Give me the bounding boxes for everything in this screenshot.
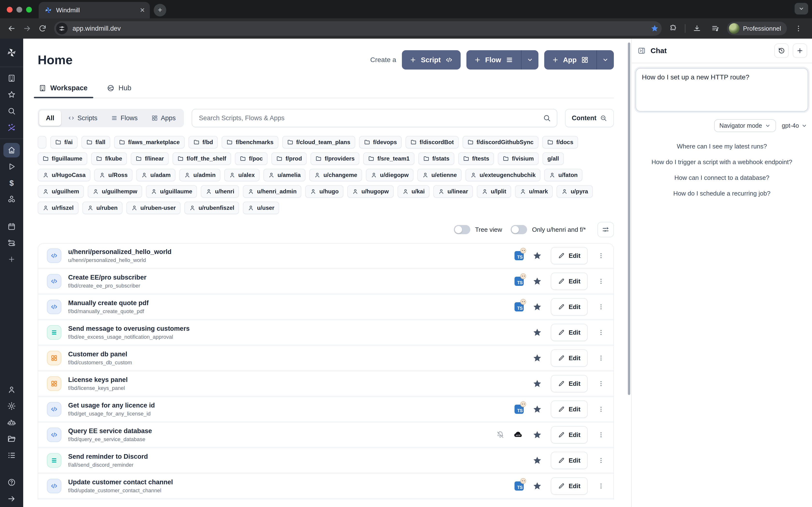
filter-all[interactable]: All <box>39 110 61 126</box>
list-item[interactable]: u/henri/personalized_hello_world u/henri… <box>38 243 613 269</box>
browser-menu-icon[interactable] <box>792 22 805 35</box>
user-chip[interactable]: u/guilhempw <box>88 185 142 198</box>
sidebar-item-search[interactable] <box>3 104 20 118</box>
create-script-button[interactable]: Script <box>402 50 460 69</box>
sidebar-item-add[interactable] <box>3 252 20 267</box>
folder-chip[interactable]: f/ai <box>50 136 78 149</box>
item-menu-button[interactable] <box>597 431 606 439</box>
site-settings-icon[interactable] <box>56 23 68 34</box>
user-chip[interactable]: u/mark <box>515 185 553 198</box>
browser-tab[interactable]: Windmill ✕ <box>39 2 150 18</box>
filter-apps[interactable]: Apps <box>145 110 183 126</box>
bookmark-star-icon[interactable] <box>651 24 659 33</box>
item-menu-button[interactable] <box>597 329 606 336</box>
profile-chip[interactable]: Professionnel <box>727 22 787 35</box>
new-tab-button[interactable]: + <box>154 4 166 16</box>
scrollbar-thumb[interactable] <box>628 43 630 395</box>
folder-chip[interactable]: f/devops <box>359 136 402 149</box>
sidebar-item-runs[interactable] <box>3 159 20 174</box>
user-chip[interactable]: u/lplit <box>477 185 511 198</box>
user-chip[interactable]: u/ruben-user <box>126 202 181 214</box>
user-chip[interactable]: u/user <box>243 202 279 214</box>
user-chip[interactable]: u/etienne <box>417 169 462 181</box>
folder-chip[interactable]: f/prod <box>271 152 307 165</box>
chat-model-select[interactable]: gpt-4o <box>782 122 807 129</box>
user-chip[interactable]: u/henri <box>201 185 239 198</box>
folder-chip[interactable]: f/aws_marketplace <box>114 136 185 149</box>
filter-flows[interactable]: Flows <box>104 110 145 126</box>
close-tab-icon[interactable]: ✕ <box>140 6 145 14</box>
user-chip[interactable]: u/guillaume <box>146 185 197 198</box>
sidebar-item-resources[interactable] <box>3 192 20 207</box>
folder-chip[interactable]: f/docs <box>542 136 578 149</box>
folder-chip[interactable]: f/discordGithubSync <box>463 136 539 149</box>
favorite-star-icon[interactable] <box>532 353 542 363</box>
tab-hub[interactable]: Hub <box>106 84 133 98</box>
only-filter-toggle[interactable] <box>511 225 527 234</box>
sidebar-item-workspace[interactable] <box>3 71 20 86</box>
folder-chip[interactable]: f/guillaume <box>38 152 87 165</box>
list-item[interactable]: Send message to overusing customers f/bd… <box>38 320 613 346</box>
sidebar-item-home[interactable] <box>3 143 20 157</box>
user-chip[interactable]: u/ruben <box>83 202 122 214</box>
folder-chip[interactable]: f/benchmarks <box>221 136 278 149</box>
user-chip[interactable]: u/alex <box>224 169 260 181</box>
flow-dropdown-chevron-icon[interactable] <box>521 50 539 69</box>
list-item[interactable]: Send reminder to Discord f/all/send_disc… <box>38 448 613 474</box>
sidebar-item-logs[interactable] <box>3 448 20 463</box>
extensions-icon[interactable] <box>666 22 680 35</box>
edit-button[interactable]: Edit <box>551 349 588 367</box>
list-item[interactable]: Get usage for any licence id f/bd/get_us… <box>38 397 613 423</box>
favorite-star-icon[interactable] <box>532 276 542 286</box>
sidebar-collapse-arrow-icon[interactable] <box>3 492 20 506</box>
favorite-star-icon[interactable] <box>532 481 542 491</box>
sidebar-item-workers[interactable] <box>3 415 20 430</box>
folder-chip[interactable]: f/linear <box>131 152 169 165</box>
list-item[interactable]: Customer db panel f/bd/customers_db_cust… <box>38 346 613 372</box>
item-menu-button[interactable] <box>597 380 606 387</box>
folder-chip[interactable]: f/kube <box>91 152 127 165</box>
favorite-star-icon[interactable] <box>532 328 542 337</box>
filter-scripts[interactable]: Scripts <box>61 110 104 126</box>
favorite-star-icon[interactable] <box>532 379 542 388</box>
chat-suggestion[interactable]: How do I trigger a script with a webhook… <box>652 158 792 166</box>
list-item[interactable]: Update customer contact channel f/bd/upd… <box>38 474 613 500</box>
item-menu-button[interactable] <box>597 354 606 362</box>
tab-workspace[interactable]: Workspace <box>38 84 89 98</box>
user-chip[interactable]: u/changeme <box>309 169 362 181</box>
sidebar-item-routes[interactable] <box>3 236 20 250</box>
item-menu-button[interactable] <box>597 406 606 413</box>
user-chip[interactable]: u/henri_admin <box>243 185 301 198</box>
edit-button[interactable]: Edit <box>551 375 588 392</box>
favorite-star-icon[interactable] <box>532 251 542 261</box>
edit-button[interactable]: Edit <box>551 273 588 290</box>
sidebar-item-billing[interactable]: $ <box>3 176 20 190</box>
folder-chip[interactable]: f/sre_team1 <box>363 152 414 165</box>
user-chip[interactable]: u/pyra <box>557 185 593 198</box>
chrome-menu-chevron-icon[interactable] <box>795 3 808 14</box>
create-app-button[interactable]: App <box>544 50 614 69</box>
back-icon[interactable] <box>5 22 18 35</box>
forward-icon[interactable] <box>20 22 34 35</box>
maximize-window-button[interactable] <box>26 7 32 12</box>
edit-button[interactable]: Edit <box>551 247 588 264</box>
folder-chip[interactable]: f/bd <box>189 136 218 149</box>
windmill-logo-icon[interactable] <box>3 45 20 60</box>
sidebar-item-ai-wand[interactable] <box>3 120 20 135</box>
folder-chip[interactable]: f/tests <box>458 152 494 165</box>
search-input[interactable] <box>199 114 543 122</box>
item-menu-button[interactable] <box>597 252 606 259</box>
item-menu-button[interactable] <box>597 457 606 464</box>
folder-chip[interactable]: f/cloud_team_plans <box>282 136 355 149</box>
favorite-star-icon[interactable] <box>532 456 542 465</box>
reload-icon[interactable] <box>36 22 49 35</box>
content-search-button[interactable]: Content <box>565 109 614 127</box>
folder-chip[interactable]: f/visium <box>498 152 539 165</box>
edit-button[interactable]: Edit <box>551 426 588 444</box>
item-menu-button[interactable] <box>597 278 606 285</box>
edit-button[interactable]: Edit <box>551 452 588 469</box>
user-chip[interactable]: u/rubenfiszel <box>185 202 239 214</box>
sidebar-item-schedules[interactable] <box>3 219 20 234</box>
user-chip[interactable]: u/admin <box>179 169 220 181</box>
group-chip[interactable]: g/all <box>543 152 564 165</box>
